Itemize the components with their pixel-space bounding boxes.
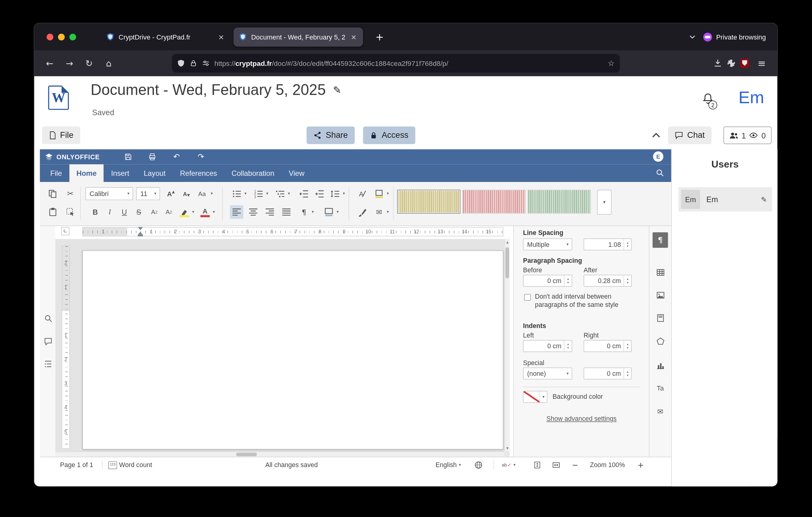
chevron-down-icon[interactable]: ▾ bbox=[264, 187, 270, 200]
special-amount-spinner[interactable]: 0 cm ▴▾ bbox=[584, 368, 632, 379]
copy-style-button[interactable] bbox=[356, 205, 369, 219]
collapse-toolbar-chevron-icon[interactable] bbox=[650, 131, 662, 140]
document-page[interactable] bbox=[82, 250, 503, 450]
strikethrough-button[interactable]: S bbox=[132, 205, 146, 219]
style-gallery-expand-button[interactable]: ▾ bbox=[597, 190, 612, 214]
copy-button[interactable] bbox=[46, 187, 60, 200]
notifications-bell[interactable]: 2 bbox=[701, 92, 719, 110]
chevron-down-icon[interactable]: ▾ bbox=[385, 205, 391, 219]
downloads-icon[interactable] bbox=[713, 58, 722, 68]
style-gallery-item[interactable] bbox=[397, 190, 460, 214]
document-canvas[interactable]: 2112345 ▲ ▼ bbox=[55, 239, 510, 457]
print-button[interactable] bbox=[146, 151, 158, 162]
find-icon[interactable] bbox=[43, 313, 53, 323]
spell-check-button[interactable]: ab✓ ▾ bbox=[502, 457, 516, 473]
underline-button[interactable]: U bbox=[117, 205, 131, 219]
spin-down-icon[interactable]: ▾ bbox=[627, 346, 629, 350]
editor-user-badge[interactable]: E bbox=[653, 151, 663, 162]
page-color-button[interactable] bbox=[372, 187, 386, 200]
spin-up-icon[interactable]: ▴ bbox=[567, 277, 569, 280]
zoom-window-button[interactable] bbox=[69, 33, 76, 40]
spin-up-icon[interactable]: ▴ bbox=[627, 370, 629, 373]
chevron-down-icon[interactable]: ▾ bbox=[385, 187, 391, 200]
indent-left-spinner[interactable]: 0 cm ▴▾ bbox=[523, 340, 573, 352]
indent-right-spinner[interactable]: 0 cm ▴▾ bbox=[584, 340, 632, 352]
spin-down-icon[interactable]: ▾ bbox=[567, 346, 569, 350]
document-language-button[interactable] bbox=[474, 457, 483, 473]
mail-merge-button[interactable]: ✉ bbox=[372, 205, 386, 219]
editor-menu-tab[interactable]: View bbox=[282, 164, 312, 182]
redo-button[interactable]: ↷ bbox=[195, 151, 207, 162]
spin-up-icon[interactable]: ▴ bbox=[627, 241, 629, 244]
fit-page-button[interactable] bbox=[533, 457, 541, 473]
close-window-button[interactable] bbox=[47, 33, 53, 40]
font-size-select[interactable]: 11 ▾ bbox=[136, 187, 160, 200]
tab-close-icon[interactable]: × bbox=[350, 33, 358, 40]
spin-down-icon[interactable]: ▾ bbox=[567, 281, 569, 284]
reload-button[interactable]: ↻ bbox=[81, 55, 97, 71]
spin-down-icon[interactable]: ▾ bbox=[627, 245, 629, 248]
word-count-button[interactable]: 123 Word count bbox=[108, 457, 152, 473]
increment-font-button[interactable]: A▲ bbox=[164, 187, 178, 200]
bookmark-star-icon[interactable]: ☆ bbox=[608, 59, 615, 67]
spin-up-icon[interactable]: ▴ bbox=[627, 277, 629, 280]
italic-button[interactable]: I bbox=[103, 205, 117, 219]
clear-style-button[interactable]: A bbox=[356, 187, 369, 200]
horizontal-scrollbar[interactable] bbox=[55, 452, 504, 457]
subscript-button[interactable]: A2 bbox=[162, 205, 176, 219]
tracking-shield-icon[interactable] bbox=[177, 59, 185, 67]
zoom-out-button[interactable]: − bbox=[572, 457, 578, 473]
comments-icon[interactable] bbox=[43, 336, 53, 347]
vertical-scrollbar[interactable]: ▲ ▼ bbox=[504, 239, 510, 452]
multilevel-list-button[interactable] bbox=[273, 187, 287, 200]
editor-menu-tab[interactable]: Layout bbox=[137, 164, 173, 182]
align-right-button[interactable] bbox=[263, 205, 277, 219]
chevron-down-icon[interactable]: ▾ bbox=[209, 187, 215, 200]
ublock-origin-icon[interactable] bbox=[740, 58, 749, 68]
align-center-button[interactable] bbox=[246, 205, 260, 219]
tab-stop-selector[interactable]: ∟ bbox=[61, 227, 69, 235]
chevron-down-icon[interactable]: ▾ bbox=[335, 205, 341, 219]
chevron-down-icon[interactable]: ▾ bbox=[211, 205, 217, 219]
justify-button[interactable] bbox=[280, 205, 293, 219]
shape-settings-tab[interactable] bbox=[652, 333, 668, 349]
scroll-up-icon[interactable]: ▲ bbox=[505, 240, 510, 244]
font-color-button[interactable]: A bbox=[198, 205, 212, 219]
lock-icon[interactable] bbox=[190, 59, 197, 67]
zoom-in-button[interactable]: + bbox=[638, 457, 644, 473]
line-spacing-button[interactable] bbox=[328, 187, 342, 200]
superscript-button[interactable]: A2 bbox=[147, 205, 161, 219]
chevron-down-icon[interactable]: ▾ bbox=[286, 187, 292, 200]
image-settings-tab[interactable] bbox=[652, 287, 668, 303]
account-avatar[interactable]: Em bbox=[738, 88, 764, 107]
highlight-color-button[interactable] bbox=[178, 205, 191, 219]
permissions-sliders-icon[interactable] bbox=[202, 59, 210, 67]
forward-button[interactable]: → bbox=[61, 55, 78, 71]
increase-indent-button[interactable] bbox=[313, 187, 326, 200]
tab-close-icon[interactable]: × bbox=[217, 33, 226, 40]
align-left-button[interactable] bbox=[230, 205, 243, 219]
advanced-settings-link[interactable]: Show advanced settings bbox=[514, 415, 649, 423]
style-gallery-item[interactable] bbox=[528, 190, 591, 214]
chevron-down-icon[interactable]: ▾ bbox=[310, 205, 316, 219]
horizontal-scroll-thumb[interactable] bbox=[236, 453, 257, 456]
font-name-select[interactable]: Calibri ▾ bbox=[85, 187, 133, 200]
editor-menu-tab[interactable]: References bbox=[173, 164, 225, 182]
navigation-headings-icon[interactable] bbox=[43, 359, 53, 369]
numbered-list-button[interactable]: 123 bbox=[252, 187, 265, 200]
spin-up-icon[interactable]: ▴ bbox=[627, 343, 629, 346]
paste-button[interactable] bbox=[46, 205, 60, 219]
user-row[interactable]: Em Em ✎ bbox=[678, 187, 772, 212]
menu-hamburger-icon[interactable]: ≡ bbox=[754, 55, 770, 71]
spin-down-icon[interactable]: ▾ bbox=[627, 374, 629, 377]
cut-scissors-button[interactable]: ✂ bbox=[64, 187, 77, 200]
chat-button[interactable]: Chat bbox=[668, 127, 711, 144]
browser-tab[interactable]: Document - Wed, February 5, 2 × bbox=[233, 27, 363, 47]
edit-title-pencil-icon[interactable]: ✎ bbox=[333, 85, 341, 95]
editor-menu-tab[interactable]: Home bbox=[69, 164, 104, 182]
line-spacing-amount-spinner[interactable]: 1.08 ▴▾ bbox=[584, 239, 632, 250]
mail-merge-settings-tab[interactable]: ✉ bbox=[652, 404, 668, 419]
decrease-indent-button[interactable] bbox=[297, 187, 311, 200]
paragraph-settings-tab[interactable]: ¶ bbox=[652, 232, 668, 248]
search-icon[interactable] bbox=[656, 168, 664, 177]
